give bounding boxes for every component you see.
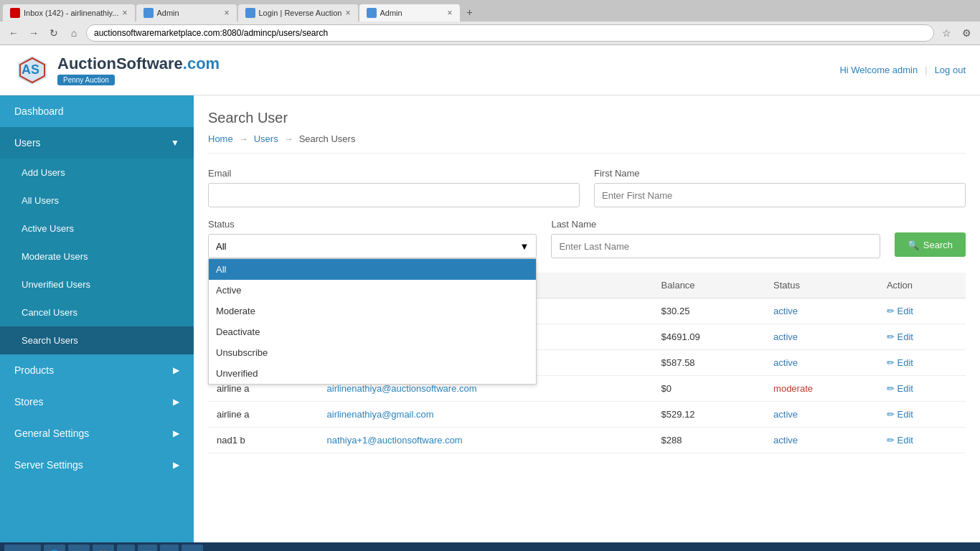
row-balance: $529.12 [653,402,765,428]
row-balance: $587.58 [653,350,765,376]
taskbar-ie[interactable]: 🌐 [44,545,65,551]
email-link[interactable]: airlinenathiya@gmail.com [327,409,434,420]
tab-admin1[interactable]: Admin × [136,4,237,22]
sidebar-item-general-settings[interactable]: General Settings ▶ [0,418,194,449]
sidebar-item-stores[interactable]: Stores ▶ [0,386,194,418]
edit-button[interactable]: ✏ Edit [887,357,957,368]
taskbar-explorer[interactable]: 📁 [68,545,90,551]
bookmarks-button[interactable]: ☆ [938,25,954,41]
taskbar-app1[interactable]: 🛡 [138,545,157,551]
tab-gmail-label: Inbox (142) - airlinenathiy... [24,9,118,17]
logo-text-area: AuctionSoftware.com Penny Auction [57,55,220,85]
taskbar-app2[interactable]: ⚙ [160,545,179,551]
sidebar-dashboard-label: Dashboard [14,105,64,117]
tab-gmail[interactable]: Inbox (142) - airlinenathiy... × [3,4,135,22]
tab-admin2-close[interactable]: × [447,8,452,18]
status-dropdown-arrow: ▼ [520,241,529,252]
breadcrumb-arrow-2: → [284,133,293,144]
edit-button[interactable]: ✏ Edit [887,306,957,316]
status-option-unverified[interactable]: Unverified [209,363,536,384]
tab-gmail-close[interactable]: × [122,8,127,18]
address-bar[interactable] [86,24,934,42]
email-link[interactable]: nathiya+1@auctionsoftware.com [327,435,463,446]
sidebar-item-cancel-users[interactable]: Cancel Users [0,298,194,326]
sidebar-item-search-users[interactable]: Search Users [0,326,194,354]
search-button-label: Search [923,240,953,250]
header-divider: | [925,65,927,75]
sidebar-item-server-settings[interactable]: Server Settings ▶ [0,449,194,481]
stores-chevron-icon: ▶ [173,397,179,407]
reload-button[interactable]: ↻ [46,25,62,41]
lastname-input[interactable] [551,234,880,258]
settings-button[interactable]: ⚙ [958,25,974,41]
sidebar-cancel-users-label: Cancel Users [22,307,77,318]
col-balance: Balance [653,273,765,298]
table-row: airline a airlinenathiya@gmail.com $529.… [208,402,966,428]
sidebar-item-moderate-users[interactable]: Moderate Users [0,242,194,270]
sidebar-server-settings-label: Server Settings [14,459,83,471]
sidebar-item-active-users[interactable]: Active Users [0,215,194,242]
edit-button[interactable]: ✏ Edit [887,383,957,394]
status-option-active[interactable]: Active [209,280,536,301]
tab-login-close[interactable]: × [345,8,350,18]
forward-button[interactable]: → [26,25,42,41]
status-option-all[interactable]: All [209,259,536,280]
firstname-input[interactable] [594,183,966,207]
sidebar-search-users-label: Search Users [22,335,78,346]
taskbar-start[interactable]: ⊞ Start [4,545,41,551]
status-option-deactivate[interactable]: Deactivate [209,321,536,342]
tab-login[interactable]: Login | Reverse Auction × [238,4,358,22]
status-select[interactable]: All ▼ [208,234,537,258]
edit-button[interactable]: ✏ Edit [887,435,957,446]
taskbar-app3[interactable]: 📧 [182,545,203,551]
app-header: AS AuctionSoftware.com Penny Auction Hi … [0,45,980,95]
row-email: nathiya+1@auctionsoftware.com [319,428,653,453]
taskbar: ⊞ Start 🌐 📁 🦊 O 🛡 ⚙ 📧 9:52 AM [0,542,980,551]
sidebar-item-products[interactable]: Products ▶ [0,354,194,386]
admin2-favicon [367,8,377,18]
search-icon: 🔍 [908,240,919,250]
sidebar-item-all-users[interactable]: All Users [0,187,194,215]
sidebar-item-dashboard[interactable]: Dashboard [0,95,194,127]
sidebar-users-label: Users [14,137,41,149]
breadcrumb-users[interactable]: Users [254,133,278,144]
form-row-1: Email First Name [208,168,966,207]
tab-login-label: Login | Reverse Auction [259,9,342,17]
page-title: Search User [208,110,966,126]
logo-badge: Penny Auction [57,75,115,85]
email-input[interactable] [208,183,580,207]
row-name: airline a [208,402,319,428]
admin1-favicon [143,8,154,18]
row-action: ✏ Edit [878,428,966,453]
taskbar-opera[interactable]: O [117,545,135,551]
status-group: Status All ▼ All Active Moderate Deactiv… [208,219,537,258]
sidebar-item-unverified-users[interactable]: Unverified Users [0,270,194,298]
status-option-unsubscribe[interactable]: Unsubscribe [209,342,536,363]
tab-admin2[interactable]: Admin × [359,4,460,22]
email-link[interactable]: airlinenathiya@auctionsoftware.com [327,383,477,394]
lastname-group: Last Name [551,219,880,258]
edit-button[interactable]: ✏ Edit [887,331,957,342]
logout-link[interactable]: Log out [935,65,966,75]
back-button[interactable]: ← [6,25,22,41]
lastname-label: Last Name [551,219,880,230]
table-row: nad1 b nathiya+1@auctionsoftware.com $28… [208,428,966,453]
sidebar-item-add-users[interactable]: Add Users [0,159,194,187]
browser-tabs: Inbox (142) - airlinenathiy... × Admin ×… [0,0,980,22]
search-button[interactable]: 🔍 Search [895,232,966,257]
row-status: moderate [765,376,878,402]
new-tab-button[interactable]: + [461,3,479,22]
sidebar-stores-label: Stores [14,396,43,408]
row-status: active [765,324,878,350]
welcome-text: Hi Welcome admin [839,65,918,75]
email-label: Email [208,168,580,179]
home-button[interactable]: ⌂ [66,25,82,41]
sidebar-item-users[interactable]: Users ▼ [0,127,194,159]
login-favicon [245,8,255,18]
tab-admin1-close[interactable]: × [224,8,229,18]
taskbar-firefox[interactable]: 🦊 [93,545,114,551]
breadcrumb-home[interactable]: Home [208,133,233,144]
form-row-2: Status All ▼ All Active Moderate Deactiv… [208,219,966,258]
status-option-moderate[interactable]: Moderate [209,301,536,321]
edit-button[interactable]: ✏ Edit [887,409,957,420]
